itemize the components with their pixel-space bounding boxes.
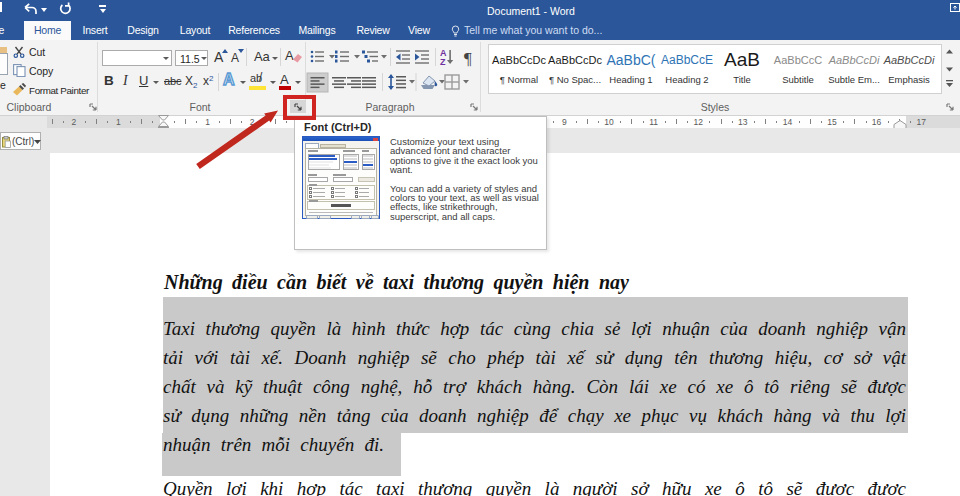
- svg-text:¶: ¶: [464, 49, 472, 68]
- svg-text:Z: Z: [440, 57, 446, 67]
